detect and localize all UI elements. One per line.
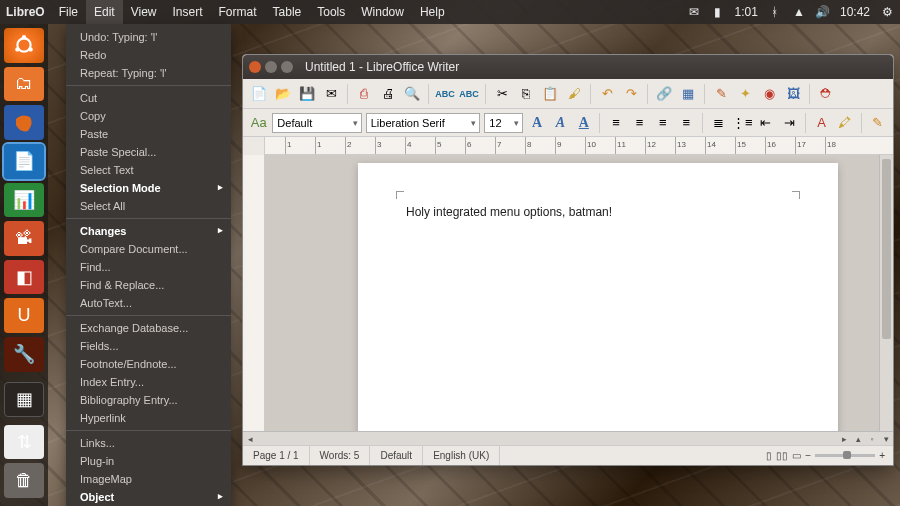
launcher-workspace-switcher[interactable]: ▦ <box>4 382 44 417</box>
launcher-writer[interactable]: 📄 <box>4 144 44 179</box>
align-center-icon[interactable]: ≡ <box>630 113 649 133</box>
edit-menu-repeat-typing-l[interactable]: Repeat: Typing: 'l' <box>66 64 231 82</box>
menu-format[interactable]: Format <box>211 0 265 24</box>
window-maximize-button[interactable] <box>281 61 293 73</box>
page-up-icon[interactable]: ▴ <box>851 432 865 445</box>
network-icon[interactable]: ▲ <box>792 5 806 19</box>
print-icon[interactable]: 🖨 <box>378 84 398 104</box>
edit-menu-changes[interactable]: Changes <box>66 222 231 240</box>
edit-menu-links[interactable]: Links... <box>66 434 231 452</box>
spellcheck-icon[interactable]: ABC <box>435 84 455 104</box>
zoom-out-icon[interactable]: − <box>805 450 811 461</box>
edit-menu-fields[interactable]: Fields... <box>66 337 231 355</box>
highlight-icon[interactable]: 🖍 <box>835 113 854 133</box>
gallery-icon[interactable]: 🖼 <box>783 84 803 104</box>
edit-menu-imagemap[interactable]: ImageMap <box>66 470 231 488</box>
edit-menu-copy[interactable]: Copy <box>66 107 231 125</box>
pdf-export-icon[interactable]: ⎙ <box>354 84 374 104</box>
edit-menu-plug-in[interactable]: Plug-in <box>66 452 231 470</box>
launcher-settings[interactable]: 🔧 <box>4 337 44 372</box>
menu-window[interactable]: Window <box>353 0 412 24</box>
edit-menu-footnote-endnote[interactable]: Footnote/Endnote... <box>66 355 231 373</box>
view-layout-book-icon[interactable]: ▭ <box>792 450 801 461</box>
menu-table[interactable]: Table <box>265 0 310 24</box>
zoom-control[interactable]: ▯ ▯▯ ▭ − + <box>758 450 893 461</box>
horizontal-scrollbar[interactable]: ◂ ▸ ▴ ◦ ▾ <box>243 431 893 445</box>
status-language[interactable]: English (UK) <box>423 446 500 465</box>
launcher-dash[interactable] <box>4 28 44 63</box>
bluetooth-icon[interactable]: ᚼ <box>768 5 782 19</box>
edit-menu-index-entry[interactable]: Index Entry... <box>66 373 231 391</box>
copy-icon[interactable]: ⎘ <box>516 84 536 104</box>
page-down-icon[interactable]: ▾ <box>879 432 893 445</box>
align-left-icon[interactable]: ≡ <box>606 113 625 133</box>
menu-help[interactable]: Help <box>412 0 453 24</box>
status-style[interactable]: Default <box>370 446 423 465</box>
window-minimize-button[interactable] <box>265 61 277 73</box>
launcher-calc[interactable]: 📊 <box>4 183 44 218</box>
open-icon[interactable]: 📂 <box>273 84 293 104</box>
auto-spellcheck-icon[interactable]: ABC <box>459 84 479 104</box>
launcher-trash[interactable]: 🗑 <box>4 463 44 498</box>
volume-icon[interactable]: 🔊 <box>816 5 830 19</box>
scroll-right-icon[interactable]: ▸ <box>837 432 851 445</box>
edit-menu-autotext[interactable]: AutoText... <box>66 294 231 312</box>
styles-icon[interactable]: Aa <box>249 113 268 133</box>
new-doc-icon[interactable]: 📄 <box>249 84 269 104</box>
font-size-combo[interactable]: 12 <box>484 113 523 133</box>
scrollbar-thumb[interactable] <box>882 159 891 339</box>
edit-menu-paste[interactable]: Paste <box>66 125 231 143</box>
italic-icon[interactable]: A <box>551 113 570 133</box>
menu-tools[interactable]: Tools <box>309 0 353 24</box>
mail-icon[interactable]: ✉ <box>687 5 701 19</box>
zoom-slider[interactable] <box>815 454 875 457</box>
view-layout-single-icon[interactable]: ▯ <box>766 450 772 461</box>
format-paintbrush-icon[interactable]: 🖌 <box>564 84 584 104</box>
edit-menu-redo[interactable]: Redo <box>66 46 231 64</box>
edit-menu-object[interactable]: Object <box>66 488 231 506</box>
status-page[interactable]: Page 1 / 1 <box>243 446 310 465</box>
help-icon[interactable]: ⛑ <box>816 84 836 104</box>
nav-target-icon[interactable]: ◦ <box>865 432 879 445</box>
find-replace-icon[interactable]: ✦ <box>735 84 755 104</box>
launcher-firefox[interactable] <box>4 105 44 140</box>
edit-menu-selection-mode[interactable]: Selection Mode <box>66 179 231 197</box>
decrease-indent-icon[interactable]: ⇤ <box>756 113 775 133</box>
font-color-icon[interactable]: A <box>812 113 831 133</box>
edit-menu-hyperlink[interactable]: Hyperlink <box>66 409 231 427</box>
align-right-icon[interactable]: ≡ <box>653 113 672 133</box>
vertical-ruler[interactable] <box>243 155 265 431</box>
cut-icon[interactable]: ✂ <box>492 84 512 104</box>
redo-icon[interactable]: ↷ <box>621 84 641 104</box>
edit-menu-bibliography-entry[interactable]: Bibliography Entry... <box>66 391 231 409</box>
horizontal-ruler[interactable]: 1123456789101112131415161718 <box>265 137 893 155</box>
menu-insert[interactable]: Insert <box>165 0 211 24</box>
window-titlebar[interactable]: Untitled 1 - LibreOffice Writer <box>243 55 893 79</box>
undo-icon[interactable]: ↶ <box>597 84 617 104</box>
navigator-icon[interactable]: ◉ <box>759 84 779 104</box>
table-icon[interactable]: ▦ <box>678 84 698 104</box>
session-gear-icon[interactable]: ⚙ <box>880 5 894 19</box>
scroll-left-icon[interactable]: ◂ <box>243 432 257 445</box>
menu-view[interactable]: View <box>123 0 165 24</box>
more-icon[interactable]: ✎ <box>868 113 887 133</box>
hyperlink-icon[interactable]: 🔗 <box>654 84 674 104</box>
edit-menu-select-text[interactable]: Select Text <box>66 161 231 179</box>
font-name-combo[interactable]: Liberation Serif <box>366 113 481 133</box>
launcher-files[interactable]: 🗂 <box>4 67 44 102</box>
show-draw-functions-icon[interactable]: ✎ <box>711 84 731 104</box>
print-preview-icon[interactable]: 🔍 <box>402 84 422 104</box>
paragraph-style-combo[interactable]: Default <box>272 113 361 133</box>
paste-icon[interactable]: 📋 <box>540 84 560 104</box>
window-close-button[interactable] <box>249 61 261 73</box>
menu-file[interactable]: File <box>51 0 86 24</box>
menu-edit[interactable]: Edit <box>86 0 123 24</box>
bold-icon[interactable]: A <box>527 113 546 133</box>
edit-menu-compare-document[interactable]: Compare Document... <box>66 240 231 258</box>
view-layout-multi-icon[interactable]: ▯▯ <box>776 450 788 461</box>
status-insert-mode[interactable] <box>500 446 758 465</box>
increase-indent-icon[interactable]: ⇥ <box>780 113 799 133</box>
edit-menu-paste-special[interactable]: Paste Special... <box>66 143 231 161</box>
underline-icon[interactable]: A <box>574 113 593 133</box>
edit-menu-find[interactable]: Find... <box>66 258 231 276</box>
